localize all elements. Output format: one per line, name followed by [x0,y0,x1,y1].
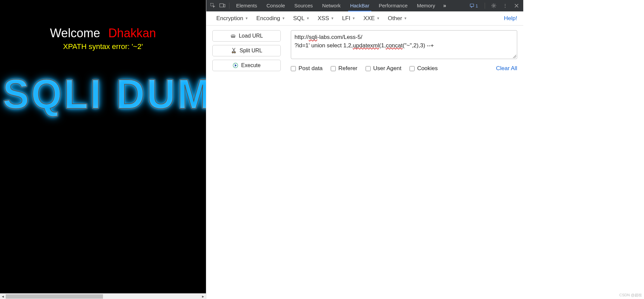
issues-indicator[interactable]: 1 [467,3,481,9]
scroll-right-arrow-icon[interactable]: ► [200,294,206,299]
sqli-banner: SQLI DUMB [0,67,206,121]
tab-network[interactable]: Network [318,0,345,11]
divider [485,3,485,9]
xpath-error-text: XPATH syntax error: '~2' [0,42,206,51]
load-url-button[interactable]: Load URL [212,30,281,42]
menu-xss[interactable]: XSS▼ [314,15,338,22]
tab-memory[interactable]: Memory [412,0,440,11]
play-icon [232,62,238,68]
caret-down-icon: ▼ [352,16,355,20]
tab-console[interactable]: Console [262,0,290,11]
svg-rect-3 [470,4,474,7]
execute-label: Execute [241,62,261,68]
cookies-checkbox[interactable]: Cookies [410,65,438,72]
caret-down-icon: ▼ [306,16,310,20]
device-toolbar-icon[interactable] [218,1,227,10]
cookies-checkbox-input[interactable] [410,66,415,71]
menu-encoding[interactable]: Encoding▼ [252,15,289,22]
svg-rect-1 [220,4,223,7]
url-input[interactable]: http://sqli-labs.com/Less-5/ ?id=1' unio… [291,30,517,59]
load-url-label: Load URL [239,33,263,39]
menu-encryption[interactable]: Encryption▼ [212,15,252,22]
split-url-button[interactable]: Split URL [212,45,281,56]
scroll-left-arrow-icon[interactable]: ◄ [0,294,6,299]
scrollbar-thumb[interactable] [6,294,103,299]
devtools-controls-right: 1 ⋮ [467,1,521,10]
svg-point-8 [232,52,233,53]
svg-point-6 [231,34,235,37]
referer-checkbox[interactable]: Referer [331,65,358,72]
inspect-element-icon[interactable] [208,1,218,10]
kebab-menu-icon[interactable]: ⋮ [500,1,510,10]
svg-rect-2 [224,4,225,7]
divider [229,3,229,9]
more-tabs-icon[interactable]: » [440,3,449,9]
split-url-label: Split URL [239,48,262,54]
clear-all-link[interactable]: Clear All [496,65,517,72]
horizontal-scrollbar[interactable]: ◄ ► [0,293,206,299]
menu-xxe[interactable]: XXE▼ [359,15,384,22]
devtools-panel: Elements Console Sources Network HackBar… [206,0,523,299]
caret-down-icon: ▼ [331,16,334,20]
dhakkan-label: Dhakkan [108,26,156,40]
scissors-icon [231,48,237,54]
tab-hackbar[interactable]: HackBar [345,0,374,11]
svg-rect-7 [231,37,235,38]
svg-point-4 [493,5,495,7]
useragent-checkbox[interactable]: User Agent [366,65,401,72]
svg-point-9 [234,52,235,53]
tab-elements[interactable]: Elements [231,0,262,11]
settings-gear-icon[interactable] [489,1,498,10]
postdata-checkbox-input[interactable] [291,66,296,71]
resize-handle-icon[interactable] [513,55,516,58]
hackbar-input-column: http://sqli-labs.com/Less-5/ ?id=1' unio… [291,30,517,72]
chat-icon [470,3,474,8]
menu-lfi[interactable]: LFI▼ [338,15,359,22]
close-icon[interactable] [512,1,521,10]
tab-sources[interactable]: Sources [290,0,318,11]
postdata-label: Post data [299,65,323,72]
referer-checkbox-input[interactable] [331,66,336,71]
welcome-label: Welcome [50,26,100,40]
page-viewport: Welcome Dhakkan XPATH syntax error: '~2'… [0,0,206,293]
caret-down-icon: ▼ [404,16,407,20]
caret-down-icon: ▼ [376,16,380,20]
tab-performance[interactable]: Performance [374,0,412,11]
caret-down-icon: ▼ [282,16,285,20]
postdata-checkbox[interactable]: Post data [291,65,323,72]
hackbar-body: Load URL Split URL Execute http://sqli-l… [206,26,523,77]
caret-down-icon: ▼ [245,16,248,20]
menu-other[interactable]: Other▼ [384,15,411,22]
hackbar-options-row: Post data Referer User Agent Cookies Cle… [291,65,517,72]
devtools-tabbar: Elements Console Sources Network HackBar… [206,0,523,11]
sqli-banner-text: SQLI DUMB [3,70,206,118]
welcome-heading: Welcome Dhakkan [0,26,206,40]
cookies-label: Cookies [417,65,438,72]
help-link[interactable]: Help! [504,15,517,22]
referer-label: Referer [338,65,358,72]
hackbar-menu: Encryption▼ Encoding▼ SQL▼ XSS▼ LFI▼ XXE… [206,11,523,26]
menu-sql[interactable]: SQL▼ [289,15,314,22]
execute-button[interactable]: Execute [212,60,281,71]
load-url-icon [230,33,236,39]
useragent-checkbox-input[interactable] [366,66,371,71]
issues-count: 1 [476,3,478,8]
hackbar-button-column: Load URL Split URL Execute [212,30,281,71]
page-content-panel: Welcome Dhakkan XPATH syntax error: '~2'… [0,0,206,299]
useragent-label: User Agent [373,65,401,72]
